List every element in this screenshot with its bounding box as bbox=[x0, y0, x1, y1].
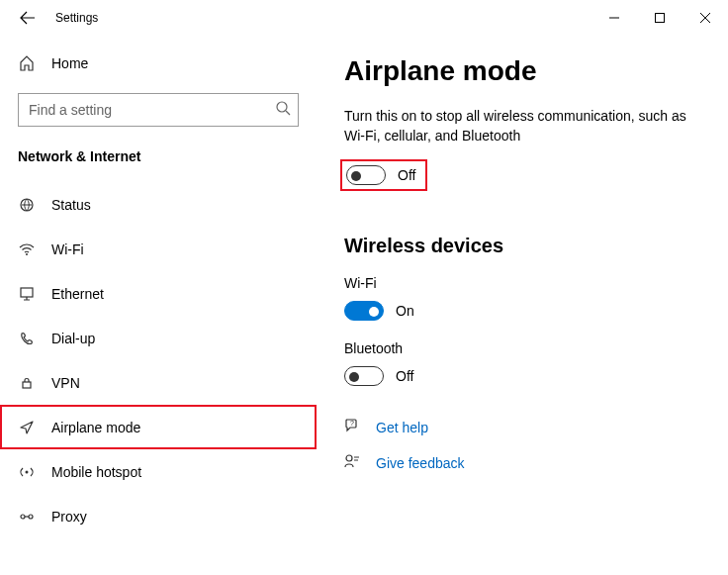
maximize-button[interactable] bbox=[637, 0, 682, 36]
dialup-icon bbox=[18, 331, 36, 346]
minimize-icon bbox=[609, 13, 619, 23]
get-help-link[interactable]: ? Get help bbox=[344, 418, 700, 437]
sidebar-home-label: Home bbox=[51, 55, 88, 71]
close-button[interactable] bbox=[682, 0, 728, 36]
bluetooth-toggle[interactable] bbox=[344, 366, 384, 386]
svg-text:?: ? bbox=[350, 420, 354, 427]
arrow-left-icon bbox=[20, 10, 36, 26]
sidebar-category: Network & Internet bbox=[0, 139, 317, 182]
home-icon bbox=[18, 55, 36, 71]
feedback-icon bbox=[344, 453, 362, 473]
give-feedback-link[interactable]: Give feedback bbox=[344, 453, 700, 473]
sidebar-item-status[interactable]: Status bbox=[0, 182, 317, 227]
wifi-icon bbox=[18, 241, 36, 257]
airplane-icon bbox=[18, 420, 36, 435]
search-wrap bbox=[18, 93, 299, 127]
airplane-description: Turn this on to stop all wireless commun… bbox=[344, 107, 700, 145]
help-links: ? Get help Give feedback bbox=[344, 418, 700, 473]
ethernet-icon bbox=[18, 286, 36, 302]
bluetooth-toggle-row: Off bbox=[344, 366, 700, 386]
wifi-label: Wi-Fi bbox=[344, 275, 700, 291]
sidebar-item-label: Ethernet bbox=[51, 286, 104, 302]
svg-point-7 bbox=[21, 515, 25, 519]
sidebar-item-wifi[interactable]: Wi-Fi bbox=[0, 227, 317, 271]
sidebar-home[interactable]: Home bbox=[0, 44, 317, 83]
sidebar-item-dialup[interactable]: Dial-up bbox=[0, 316, 317, 360]
wifi-toggle-state: On bbox=[396, 303, 414, 319]
hotspot-icon bbox=[18, 464, 36, 480]
svg-point-1 bbox=[277, 102, 287, 112]
status-icon bbox=[18, 197, 36, 213]
sidebar-item-vpn[interactable]: VPN bbox=[0, 360, 317, 405]
close-icon bbox=[700, 13, 710, 23]
svg-point-10 bbox=[346, 455, 352, 461]
wifi-toggle[interactable] bbox=[344, 301, 384, 321]
wifi-toggle-row: On bbox=[344, 301, 700, 321]
svg-rect-4 bbox=[21, 288, 33, 297]
svg-point-3 bbox=[26, 253, 28, 255]
sidebar-item-label: Wi-Fi bbox=[51, 241, 84, 257]
wireless-section-title: Wireless devices bbox=[344, 235, 700, 257]
sidebar: Home Network & Internet Status Wi-Fi bbox=[0, 36, 317, 575]
titlebar: Settings bbox=[0, 0, 728, 36]
vpn-icon bbox=[18, 375, 36, 391]
sidebar-item-label: Mobile hotspot bbox=[51, 464, 141, 480]
content: Airplane mode Turn this on to stop all w… bbox=[317, 36, 728, 575]
sidebar-item-label: Dial-up bbox=[51, 331, 95, 346]
svg-rect-0 bbox=[656, 14, 665, 23]
sidebar-item-ethernet[interactable]: Ethernet bbox=[0, 271, 317, 316]
help-icon: ? bbox=[344, 418, 362, 437]
sidebar-item-airplane-mode[interactable]: Airplane mode bbox=[0, 405, 317, 449]
page-title: Airplane mode bbox=[344, 55, 700, 87]
sidebar-item-mobile-hotspot[interactable]: Mobile hotspot bbox=[0, 449, 317, 494]
search-icon bbox=[275, 100, 291, 120]
window-title: Settings bbox=[55, 11, 98, 25]
maximize-icon bbox=[655, 13, 665, 23]
sidebar-item-label: VPN bbox=[51, 375, 80, 391]
svg-point-8 bbox=[29, 515, 33, 519]
airplane-toggle[interactable] bbox=[346, 165, 386, 185]
give-feedback-text: Give feedback bbox=[376, 455, 465, 471]
search-input[interactable] bbox=[18, 93, 299, 127]
get-help-text: Get help bbox=[376, 420, 428, 435]
sidebar-item-label: Proxy bbox=[51, 509, 87, 525]
window-controls bbox=[592, 0, 728, 36]
airplane-toggle-row: Off bbox=[340, 159, 427, 191]
svg-point-6 bbox=[26, 470, 29, 473]
minimize-button[interactable] bbox=[592, 0, 637, 36]
bluetooth-label: Bluetooth bbox=[344, 340, 700, 356]
sidebar-item-label: Airplane mode bbox=[51, 420, 140, 435]
back-button[interactable] bbox=[16, 6, 40, 30]
svg-rect-5 bbox=[23, 382, 31, 388]
proxy-icon bbox=[18, 509, 36, 525]
bluetooth-toggle-state: Off bbox=[396, 368, 413, 384]
airplane-toggle-state: Off bbox=[398, 167, 415, 183]
sidebar-item-proxy[interactable]: Proxy bbox=[0, 494, 317, 538]
sidebar-item-label: Status bbox=[51, 197, 91, 213]
